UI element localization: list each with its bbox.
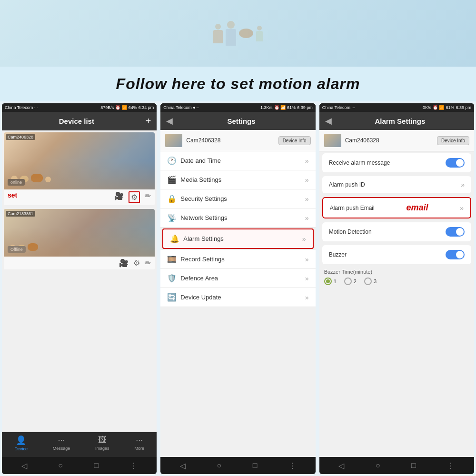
radio-2 (344, 278, 352, 285)
phone3-right-status: 0K/s ⏰ 📶 61% 6:39 pm (423, 105, 471, 110)
device-info-button-3[interactable]: Device Info (437, 136, 469, 145)
android-menu-3[interactable]: ⋮ (447, 461, 455, 470)
device-list-content: Cam2406328 online set (2, 130, 157, 432)
settings-item-alarm[interactable]: 🔔 Alarm Settings » (162, 228, 313, 249)
android-back-2[interactable]: ◁ (180, 461, 186, 470)
person-1 (213, 24, 223, 43)
nav-device[interactable]: 👤 Device (14, 435, 28, 455)
device2-status: Offline (8, 246, 26, 253)
settings-item-media[interactable]: 🎬 Media Settings » (160, 170, 315, 189)
settings-date-time-label: Date and Time (180, 157, 301, 164)
android-recent-3[interactable]: □ (411, 461, 416, 470)
record-icon: 🎞️ (167, 255, 177, 264)
edit-icon-2[interactable]: ✏ (145, 258, 151, 268)
alarm-row-motion: Motion Detection (322, 222, 471, 241)
plus-icon[interactable]: + (146, 116, 151, 127)
network-icon: 📡 (167, 213, 177, 222)
update-icon: 🔄 (167, 293, 177, 302)
device1-name-label: Cam2406328 (6, 134, 35, 140)
settings-security-label: Security Settings (180, 195, 301, 202)
phone1-android-nav: ◁ ○ □ ⋮ (2, 457, 157, 474)
android-back-3[interactable]: ◁ (338, 461, 344, 470)
phone3-status-bar: China Telecom ··· 0K/s ⏰ 📶 61% 6:39 pm (319, 103, 474, 112)
phone2-right-status: 1.3K/s ⏰ 📶 61% 6:39 pm (260, 105, 313, 110)
phone3-device-info: Cam2406328 Device Info (319, 130, 474, 151)
android-recent-1[interactable]: □ (94, 461, 99, 470)
buzzer-label: Buzzer (329, 251, 347, 258)
arrow-1: » (305, 176, 309, 184)
phone3-device-name: Cam2406328 (345, 137, 433, 144)
receive-alarm-toggle[interactable] (446, 158, 465, 168)
phone2-status-bar: China Telecom ●··· 1.3K/s ⏰ 📶 61% 6:39 p… (160, 103, 315, 112)
nav-device-label: Device (14, 446, 28, 451)
device2-name-label: Cam2183861 (6, 211, 35, 217)
media-icon: 🎬 (167, 175, 177, 184)
android-home-2[interactable]: ○ (217, 461, 222, 470)
arrow-4: » (302, 235, 306, 243)
radio-3-label: 3 (374, 278, 377, 284)
gear-icon-highlighted[interactable]: ⚙ (129, 191, 140, 203)
radio-2-label: 2 (354, 278, 357, 284)
alarm-content: Cam2406328 Device Info Receive alarm mes… (319, 130, 474, 457)
phone-settings: China Telecom ●··· 1.3K/s ⏰ 📶 61% 6:39 p… (160, 103, 315, 474)
radio-1 (324, 278, 332, 285)
settings-list: 🕐 Date and Time » 🎬 Media Settings » 🔒 S… (160, 151, 315, 457)
buzzer-option-2[interactable]: 2 (344, 278, 357, 285)
nav-images[interactable]: 🖼 Images (95, 435, 109, 455)
device-card-2: Cam2183861 Offline 🎥 ⚙ ✏ (4, 209, 155, 269)
buzzer-option-3[interactable]: 3 (364, 278, 377, 285)
phone1-right-status: 879B/s ⏰ 📶 64% 6:34 pm (100, 105, 154, 110)
android-recent-2[interactable]: □ (253, 461, 258, 470)
person-2 (226, 21, 236, 46)
buzzer-option-1[interactable]: 1 (324, 278, 337, 285)
device-info-button-2[interactable]: Device Info (278, 136, 311, 145)
settings-item-date-time[interactable]: 🕐 Date and Time » (160, 151, 315, 170)
device2-actions: 🎥 ⚙ ✏ (4, 257, 155, 269)
phone2-device-info: Cam2406328 Device Info (160, 130, 315, 151)
phone2-app-area: Cam2406328 Device Info 🕐 Date and Time »… (160, 130, 315, 457)
email-arrow: » (460, 204, 464, 212)
device-photo-1: Cam2406328 online (4, 132, 155, 189)
alarm-email-value: email (406, 203, 428, 213)
phone3-carrier: China Telecom ··· (322, 105, 355, 110)
nav-more[interactable]: ··· More (134, 435, 144, 455)
settings-item-defence[interactable]: 🛡️ Defence Area » (160, 269, 315, 288)
device1-status: online (8, 179, 25, 186)
set-label: set (8, 191, 17, 203)
phone3-title: Alarm Settings (332, 117, 468, 125)
phone3-back[interactable]: ◀ (325, 116, 332, 126)
alarm-icon: 🔔 (170, 234, 179, 243)
video-camera-icon[interactable]: 🎥 (114, 191, 124, 203)
phone1-status-bar: China Telecom ··· 879B/s ⏰ 📶 64% 6:34 pm (2, 103, 157, 112)
android-back-1[interactable]: ◁ (21, 461, 27, 470)
settings-item-security[interactable]: 🔒 Security Settings » (160, 189, 315, 208)
nav-more-label: More (134, 446, 144, 451)
gear-icon-2[interactable]: ⚙ (133, 258, 140, 268)
android-home-3[interactable]: ○ (376, 461, 380, 470)
settings-record-label: Record Settings (180, 256, 301, 263)
buzzer-toggle[interactable] (446, 250, 465, 259)
edit-icon-1[interactable]: ✏ (145, 191, 151, 203)
android-menu-1[interactable]: ⋮ (130, 461, 138, 470)
phone1-title: Device list (8, 117, 146, 125)
android-menu-2[interactable]: ⋮ (288, 461, 296, 470)
android-home-1[interactable]: ○ (58, 461, 63, 470)
nav-message[interactable]: ··· Message (53, 435, 70, 455)
phone2-back[interactable]: ◀ (166, 116, 173, 126)
device-thumbnail-3 (324, 134, 341, 147)
more-nav-icon: ··· (136, 435, 143, 445)
alarm-row-email[interactable]: Alarm push Email email » (322, 197, 471, 218)
images-nav-icon: 🖼 (98, 435, 107, 445)
motion-detection-toggle[interactable] (446, 227, 465, 237)
device-card-1: Cam2406328 online set (4, 132, 155, 205)
phone-device-list: China Telecom ··· 879B/s ⏰ 📶 64% 6:34 pm… (2, 103, 157, 474)
settings-item-record[interactable]: 🎞️ Record Settings » (160, 250, 315, 269)
settings-item-network[interactable]: 📡 Network Settings » (160, 208, 315, 228)
video-camera-icon-2[interactable]: 🎥 (119, 258, 129, 268)
alarm-row-push-id[interactable]: Alarm push ID » (322, 176, 471, 193)
settings-item-update[interactable]: 🔄 Device Update » (160, 288, 315, 307)
top-image-strip (0, 0, 476, 67)
phones-row: China Telecom ··· 879B/s ⏰ 📶 64% 6:34 pm… (0, 101, 476, 476)
settings-network-label: Network Settings (180, 214, 301, 221)
radio-3 (364, 278, 372, 285)
